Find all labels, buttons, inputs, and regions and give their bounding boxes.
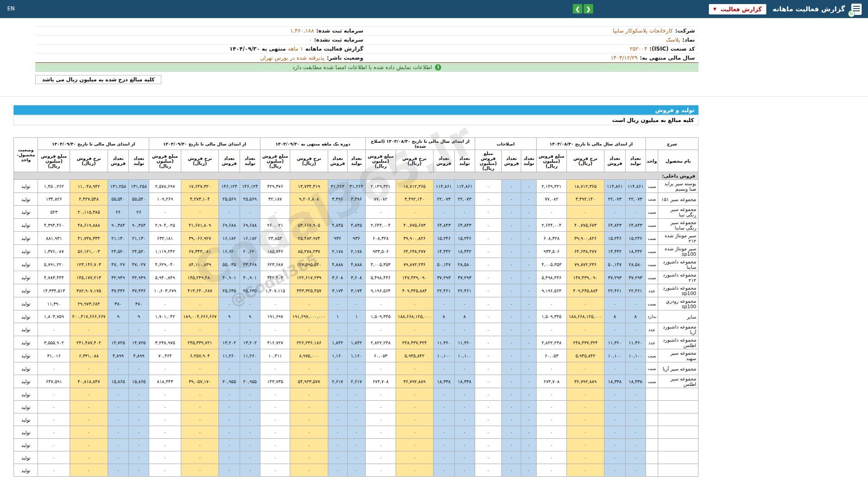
table-cell: ۰ <box>396 413 433 426</box>
table-cell: ۰ <box>625 206 646 219</box>
table-cell: ۰ <box>366 323 396 336</box>
group-header: اصلاحات <box>475 138 537 150</box>
status-cell: تولید <box>14 232 38 245</box>
table-cell: ۴,۳۹۴,۴۶۰ <box>38 219 70 232</box>
table-cell: ۰ <box>219 297 240 310</box>
table-cell: ۰ <box>366 464 396 477</box>
status-cell: تولید <box>14 271 38 284</box>
table-cell: ۰ <box>240 362 260 375</box>
table-cell: ۶۰۸,۳۲۸ <box>537 232 567 245</box>
company-field-label: سال مالی منتهی به: <box>640 54 695 62</box>
table-cell: ۰ <box>475 310 502 323</box>
table-cell: ۷۷,۰۸۲ <box>537 193 567 206</box>
report-type-dropdown[interactable]: گزارش فعالیت ▼ <box>709 4 766 14</box>
table-cell: ۱۰,۱۰۰ <box>625 349 646 362</box>
table-cell: ۰ <box>38 401 70 413</box>
column-header: نرخ فروش (ریال) <box>181 150 219 172</box>
table-cell: ۰ <box>433 413 454 426</box>
table-cell: ۹۰,۳۸۴ <box>108 219 129 232</box>
table-cell: ۲,۱۷۸ <box>328 245 347 258</box>
table-cell: ۰ <box>260 413 290 426</box>
report-period-end-date: منتهی به ۱۴۰۴/۰۹/۳۰ <box>229 45 286 53</box>
table-cell: ۰ <box>475 401 502 413</box>
table-cell: ۰ <box>625 413 646 426</box>
table-cell: ۰ <box>521 362 537 375</box>
table-cell: ۱۳۱,۲۵۸ <box>108 180 129 193</box>
table-cell: ۰ <box>219 439 240 451</box>
company-row: نماد: پلاسک سرمایه ثبت نشده: ۰ <box>35 36 698 45</box>
unit-cell: ست <box>646 258 658 271</box>
column-header: تعداد تولید <box>454 150 475 172</box>
table-cell: ۶۴,۶۳۸,۲۷۷ <box>566 245 604 258</box>
column-header: تعداد تولید <box>625 150 646 172</box>
table-row: مجموعه سپر رنگي سايناست۶۴,۸۴۳۶۴,۸۴۳۴۰,۷۷… <box>14 219 698 232</box>
language-toggle[interactable]: EN <box>7 5 15 12</box>
table-cell: ۵۶,۱۲۱,۰۰۳ <box>70 245 108 258</box>
company-field-label: نماد: <box>682 36 695 44</box>
section-row: فروش داخلی: <box>14 172 698 180</box>
table-cell: ۲۲,۴۶۱ <box>433 284 454 297</box>
table-cell: ۴۰,۸۱۸,۸۴۷ <box>70 375 108 388</box>
table-cell: ۰ <box>260 323 290 336</box>
unit-cell: ست <box>646 297 658 310</box>
table-cell: ۰ <box>38 362 70 375</box>
status-cell: تولید <box>14 362 38 375</box>
table-cell: ۱۵,۲۴۶ <box>454 232 475 245</box>
table-cell: ۰ <box>475 375 502 388</box>
table-cell: ۰ <box>70 388 108 401</box>
product-name: مجموعه سپر رنگي تيبا <box>658 206 698 219</box>
table-cell: ۹,۱۹۶,۵۶۴ <box>366 284 396 297</box>
table-cell: ۶۷۴,۷۰۸ <box>366 375 396 388</box>
table-cell: ۰ <box>396 388 433 401</box>
unit-cell: ست <box>646 362 658 375</box>
table-cell: ۳۹,۰۶۶,۹۲۷ <box>181 232 219 245</box>
section-header-production-sales: تولید و فروش <box>14 105 698 115</box>
table-cell: ۱۱,۳۶۰ <box>454 336 475 349</box>
table-cell: ۰ <box>433 426 454 439</box>
listing-status-value: پذیرفته شده در بورس تهران <box>260 54 325 62</box>
table-cell: ۰ <box>129 413 149 426</box>
info-icon: i <box>435 64 441 70</box>
unit-cell: ست <box>646 271 658 284</box>
table-cell: ۰ <box>521 464 537 477</box>
next-report-button[interactable]: ❯ <box>584 4 593 14</box>
table-cell: ۰ <box>433 388 454 401</box>
table-cell: ۰ <box>260 451 290 464</box>
table-cell: ۰ <box>604 413 626 426</box>
table-cell: ۰ <box>108 426 129 439</box>
table-cell: ۰ <box>290 206 328 219</box>
signed-info-notice: i اطلاعات نمایش داده شده با اطلاعات امضا… <box>35 63 698 72</box>
previous-report-button[interactable]: ❮ <box>573 4 582 14</box>
column-header: نرخ فروش (ریال) <box>290 150 328 172</box>
table-cell: ۰ <box>347 323 366 336</box>
table-cell: ۱۳,۷۳۴,۳۱۹ <box>290 180 328 193</box>
product-name: مجموعه سپر رنگي ساينا <box>658 219 698 232</box>
table-cell: ۱۴,۷۲۵ <box>129 336 149 349</box>
table-cell: ۰ <box>129 323 149 336</box>
table-cell: ۳۷,۲۹۳ <box>625 271 646 284</box>
unit-cell: ست <box>646 180 658 193</box>
status-cell: تولید <box>14 439 38 451</box>
table-cell: ۰ <box>366 413 396 426</box>
table-cell: ۰ <box>260 206 290 219</box>
status-cell: تولید <box>14 426 38 439</box>
table-cell: ۹ <box>129 310 149 323</box>
table-cell: ۴,۸۸۸ <box>328 258 347 271</box>
table-cell: ۰ <box>433 362 454 375</box>
table-cell: ۰ <box>129 451 149 464</box>
table-cell: ۰ <box>566 323 604 336</box>
table-cell: ۱۱,۲۶۰ <box>219 349 240 362</box>
table-cell: ۰ <box>290 362 328 375</box>
section-row-label: فروش داخلی: <box>14 172 698 180</box>
table-cell: ۵۰,۱۴۷ <box>433 258 454 271</box>
product-name <box>658 388 698 401</box>
table-cell: ۰ <box>396 464 433 477</box>
table-cell: ۰ <box>433 323 454 336</box>
table-cell: ۲,۶۴۴,۰۰۴ <box>366 219 396 232</box>
table-row: ۰۰۰۰۰۰۰۰۰۰۰۰۰۰۰۰۰۰۰۰۰۰۰تولید <box>14 401 698 413</box>
status-cell: تولید <box>14 258 38 271</box>
table-cell: ۱۲۷,۵۹۵,۵۴۰ <box>290 258 328 271</box>
table-cell: ۵,۹۴۵,۸۴۲ <box>396 349 433 362</box>
table-cell: ۲۵,۴۸۳,۹۷۴ <box>290 232 328 245</box>
table-body: فروش داخلی:پوسته سپر پرايد صبا ونسيمست۱۱… <box>14 172 698 477</box>
